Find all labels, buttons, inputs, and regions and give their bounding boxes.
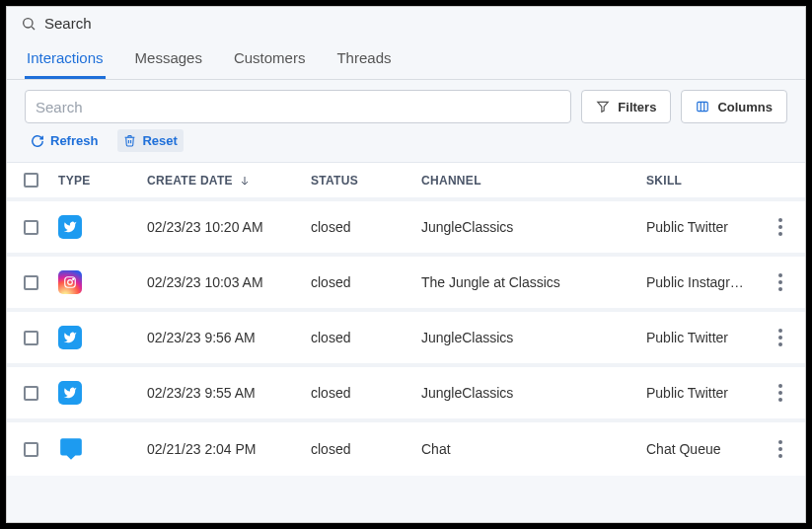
- topbar-title: Search: [44, 15, 92, 32]
- twitter-icon: [58, 326, 82, 349]
- row-checkbox[interactable]: [24, 220, 38, 235]
- svg-rect-3: [698, 102, 708, 111]
- cell-create-date: 02/23/23 10:03 AM: [143, 274, 307, 290]
- row-checkbox[interactable]: [24, 442, 38, 457]
- row-checkbox[interactable]: [24, 331, 38, 345]
- table: TYPE CREATE DATE STATUS CHANNEL SKILL 02…: [7, 162, 805, 476]
- tab-customers[interactable]: Customers: [232, 43, 308, 79]
- cell-type: [54, 436, 143, 462]
- filters-button[interactable]: Filters: [581, 90, 671, 123]
- cell-channel: The Jungle at Classics: [417, 274, 642, 290]
- cell-status: closed: [307, 274, 417, 290]
- col-channel[interactable]: CHANNEL: [417, 174, 642, 188]
- controls-row: Filters Columns: [7, 80, 805, 129]
- instagram-icon: [58, 270, 82, 294]
- cell-type: [54, 270, 143, 294]
- sort-down-icon: [239, 175, 251, 187]
- cell-skill: Chat Queue: [642, 441, 761, 457]
- row-menu-button[interactable]: [761, 218, 800, 236]
- topbar: Search: [7, 7, 805, 38]
- cell-create-date: 02/23/23 9:55 AM: [143, 385, 307, 401]
- row-checkbox[interactable]: [24, 275, 38, 290]
- table-row[interactable]: 02/21/23 2:04 PMclosedChatChat Queue: [7, 418, 805, 476]
- table-row[interactable]: 02/23/23 9:55 AMclosedJungleClassicsPubl…: [7, 363, 805, 418]
- row-checkbox[interactable]: [24, 386, 38, 401]
- columns-button[interactable]: Columns: [681, 90, 787, 123]
- refresh-button[interactable]: Refresh: [25, 129, 104, 152]
- tabs: Interactions Messages Customers Threads: [7, 38, 805, 80]
- trash-icon: [123, 134, 136, 147]
- col-status[interactable]: STATUS: [307, 174, 417, 188]
- tab-threads[interactable]: Threads: [334, 43, 393, 79]
- cell-channel: Chat: [417, 441, 642, 457]
- select-all-checkbox[interactable]: [24, 173, 38, 188]
- refresh-icon: [31, 134, 44, 148]
- table-row[interactable]: 02/23/23 10:20 AMclosedJungleClassicsPub…: [7, 197, 805, 253]
- search-input[interactable]: [25, 90, 571, 123]
- cell-channel: JungleClassics: [417, 385, 642, 401]
- svg-marker-2: [598, 102, 609, 112]
- reset-button[interactable]: Reset: [117, 129, 183, 152]
- filter-icon: [596, 100, 610, 113]
- cell-skill: Public Twitter: [642, 219, 761, 235]
- svg-point-8: [68, 280, 73, 285]
- cell-skill: Public Twitter: [642, 385, 761, 401]
- svg-line-1: [32, 27, 35, 30]
- chat-icon: [58, 436, 139, 462]
- cell-status: closed: [307, 385, 417, 401]
- row-menu-button[interactable]: [761, 273, 800, 291]
- columns-icon: [696, 100, 709, 113]
- cell-status: closed: [307, 219, 417, 235]
- cell-skill: Public Instagr…: [642, 274, 761, 290]
- cell-type: [54, 215, 143, 239]
- cell-type: [54, 381, 143, 405]
- tab-messages[interactable]: Messages: [133, 43, 204, 79]
- action-row: Refresh Reset: [7, 129, 805, 162]
- svg-point-9: [73, 278, 74, 279]
- cell-create-date: 02/21/23 2:04 PM: [143, 441, 307, 457]
- filters-label: Filters: [618, 100, 656, 114]
- refresh-label: Refresh: [50, 133, 98, 148]
- col-create-date[interactable]: CREATE DATE: [143, 174, 307, 188]
- cell-create-date: 02/23/23 10:20 AM: [143, 219, 307, 235]
- app-window: Search Interactions Messages Customers T…: [6, 6, 806, 523]
- cell-skill: Public Twitter: [642, 330, 761, 345]
- table-header: TYPE CREATE DATE STATUS CHANNEL SKILL: [7, 162, 805, 197]
- reset-label: Reset: [142, 133, 177, 148]
- row-menu-button[interactable]: [761, 384, 800, 402]
- tab-interactions[interactable]: Interactions: [25, 43, 106, 79]
- row-menu-button[interactable]: [761, 329, 800, 346]
- cell-create-date: 02/23/23 9:56 AM: [143, 330, 307, 345]
- table-row[interactable]: 02/23/23 10:03 AMclosedThe Jungle at Cla…: [7, 253, 805, 308]
- row-menu-button[interactable]: [761, 440, 800, 458]
- cell-channel: JungleClassics: [417, 330, 642, 345]
- cell-status: closed: [307, 330, 417, 345]
- cell-status: closed: [307, 441, 417, 457]
- svg-point-0: [24, 18, 33, 27]
- col-type[interactable]: TYPE: [54, 174, 143, 188]
- table-row[interactable]: 02/23/23 9:56 AMclosedJungleClassicsPubl…: [7, 308, 805, 363]
- col-skill[interactable]: SKILL: [642, 174, 761, 188]
- search-icon: [21, 16, 37, 32]
- cell-type: [54, 326, 143, 349]
- twitter-icon: [58, 215, 82, 239]
- cell-channel: JungleClassics: [417, 219, 642, 235]
- twitter-icon: [58, 381, 82, 405]
- columns-label: Columns: [717, 100, 773, 114]
